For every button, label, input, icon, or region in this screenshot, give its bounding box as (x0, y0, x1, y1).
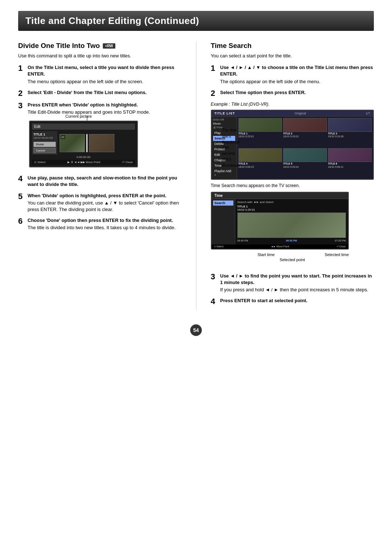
tl-grid: TITLE 1 16/10 0:25:01 TITLE 2 16/10 0:03… (237, 117, 373, 179)
tl-t3-label: TITLE 3 (328, 132, 337, 135)
hash-label: #1 (61, 135, 65, 139)
tl-title-2-img (283, 118, 327, 132)
divide-section-title: Divide One Title Into Two +RW (18, 42, 181, 50)
step-5: 5 When 'Divide' option is highlighted, p… (18, 193, 181, 213)
tl-title-4: TITLE 4 16/10 0:08:15 (238, 148, 282, 178)
tl-title-4-info: TITLE 4 16/10 0:08:15 (238, 162, 282, 169)
ts-sidebar: Search (212, 199, 235, 244)
free-icon: 🖨 (213, 126, 216, 129)
ts-watch-control: ⊙ Watch (214, 245, 224, 248)
ts-video-area (237, 212, 346, 238)
divide-intro: Use this command to split a title up int… (18, 53, 181, 59)
ts-step-3: 3 Use ◄ / ► to find the point you want t… (211, 273, 374, 293)
step-6-number: 6 (18, 217, 25, 225)
ts-step-3-normal: If you press and hold ◄ / ► then the poi… (220, 287, 374, 293)
tl-t3-date: 16/10 (328, 135, 335, 138)
example-label: Example : Title List (DVD-VR). (211, 102, 374, 107)
free-label: Free (217, 126, 222, 129)
time-screen: Time Search Search with ◄► and Select TI… (211, 192, 349, 250)
tl-t4-date: 16/10 (238, 166, 245, 168)
step-3-normal: Title Edit-Divide menu appears and goes … (28, 109, 181, 116)
ts-step-2-number: 2 (211, 89, 217, 97)
ts-step-1-number: 1 (211, 64, 217, 72)
tl-menu-playlist: Playlist Add ♪ (213, 169, 235, 177)
step-3-bold: Press ENTER when 'Divide' option is high… (28, 102, 181, 108)
ts-step-1: 1 Use ◄ / ► / ▲ / ▼ to choose a title on… (211, 64, 374, 85)
tl-title-3-info: TITLE 3 16/10 0:24:28 (328, 132, 372, 138)
ts-step-1-normal: The options appear on the left side of t… (220, 78, 374, 85)
current-picture-annotation: Current picture (65, 114, 92, 118)
step-2-number: 2 (18, 89, 25, 97)
step-2: 2 Select 'Edit - Divide' from the Title … (18, 89, 181, 97)
page-title: Title and Chapter Editing (Continued) (25, 15, 367, 27)
ts-header: Time (212, 193, 348, 199)
time-search-section-title: Time Search (211, 42, 374, 50)
divide-btn: Divide (33, 142, 56, 147)
tl-title-1-img (238, 118, 282, 132)
step-5-number: 5 (18, 193, 25, 200)
ts-step-4-number: 4 (211, 297, 217, 305)
ts-selected-time-annotation: Selected time (324, 252, 349, 257)
step-4-bold: Use play, pause step, search and slow-mo… (28, 175, 181, 188)
step-1-content: On the Title List menu, select a title y… (28, 64, 181, 85)
tl-t2-date: 16/10 (283, 135, 290, 138)
step-4-content: Use play, pause step, search and slow-mo… (28, 175, 181, 188)
second-thumb-image (89, 134, 114, 152)
edit-title-label: TITLE 1 (33, 133, 56, 136)
edit-screen-header: Edit (32, 123, 135, 130)
tl-t3-dur: 0:24:28 (335, 135, 343, 138)
ts-title-label: TITLE 1 (237, 205, 248, 208)
step-6-content: Choose 'Done' option then press ENTER to… (28, 217, 181, 231)
second-thumbnail (89, 134, 114, 152)
tl-title-5-info: TITLE 5 16/10 0:03:24 (283, 162, 327, 169)
ts-step-1-bold: Use ◄ / ► / ▲ / ▼ to choose a title on t… (220, 64, 374, 77)
edit-move-control: ▶ ⏸ ◄◄ ▶▶ Move Point (68, 161, 101, 164)
step-1-number: 1 (18, 64, 25, 72)
tl-title-5: TITLE 5 16/10 0:03:24 (283, 148, 327, 178)
step-4-number: 4 (18, 175, 25, 183)
ts-selected-point-label: Selected point (279, 258, 305, 262)
step-6-normal: The title is divided into two new titles… (28, 224, 181, 231)
step-3-number: 3 (18, 102, 25, 110)
divide-title-text: Divide One Title Into Two (18, 42, 100, 50)
step-1-normal: The menu options appear on the left side… (28, 78, 181, 85)
bottom-timecode: 0:00:00.00 (32, 155, 135, 159)
tl-t1-date: 16/10 (238, 135, 245, 138)
thumb-divider (86, 134, 87, 152)
edit-screen: Edit TITLE 1 16/10 00:01:03 Divide Cance… (29, 121, 138, 167)
time-search-intro: You can select a start point for the tit… (211, 53, 374, 59)
tl-title-6: TITLE 6 16/10 0:08:11 (328, 148, 372, 178)
tl-t5-label: TITLE 5 (283, 162, 292, 165)
step-5-normal: You can clear the dividing point, use ▲ … (28, 200, 181, 213)
step-2-content: Select 'Edit - Divide' from the Title Li… (28, 89, 181, 96)
ts-bottom-annotations: Start time Selected time (211, 252, 374, 257)
edit-diagram-wrapper: Current picture Edit TITLE 1 (29, 121, 181, 167)
tl-title-3: TITLE 3 16/10 0:24:28 (328, 118, 372, 147)
step-2-bold: Select 'Edit - Divide' from the Title Li… (28, 89, 181, 96)
edit-timecode: 16/10 00:01:03 (33, 136, 56, 139)
ts-step-4: 4 Press ENTER to start at selected point… (211, 297, 374, 305)
edit-title-info: TITLE 1 16/10 00:01:03 (33, 133, 56, 139)
ts-step-4-bold: Press ENTER to start at selected point. (220, 297, 374, 304)
ts-diagram-wrapper: Time Search Search with ◄► and Select TI… (211, 192, 374, 262)
tl-title-4-img (238, 148, 282, 162)
ts-controls: ⊙ Watch ◄► Move Point ⏎ Close (212, 244, 348, 249)
second-thumb-annotation: Thesecondtitle'sthumbnail (222, 144, 240, 168)
ts-step-2-bold: Select Time option then press ENTER. (220, 89, 374, 96)
ts-title-info: TITLE 1 16/10 0:25:01 (237, 205, 346, 211)
page-number-wrapper: 54 (18, 324, 374, 336)
ts-top-bar: Search with ◄► and Select (237, 200, 346, 204)
tl-t6-date: 16/10 (328, 166, 335, 168)
second-thumb-label: Thesecondtitle'sthumbnail (222, 145, 240, 167)
ts-time-3: 07:05 PM (335, 239, 346, 242)
tl-t5-date: 16/10 (283, 166, 290, 168)
ts-timeline: 06:49 PM 06:50 PM 07:05 PM (237, 239, 346, 242)
ts-step-2: 2 Select Time option then press ENTER. (211, 89, 374, 97)
ts-time-1: 06:49 PM (237, 239, 248, 242)
edit-buttons: Divide Cancel (33, 142, 56, 153)
ts-step-3-bold: Use ◄ / ► to find the point you want to … (220, 273, 374, 286)
tl-header-sub: Original (295, 112, 306, 115)
step-1: 1 On the Title List menu, select a title… (18, 64, 181, 85)
thumbnails-area: #1 (60, 131, 135, 155)
ts-body: Search Search with ◄► and Select TITLE 1… (212, 199, 348, 244)
